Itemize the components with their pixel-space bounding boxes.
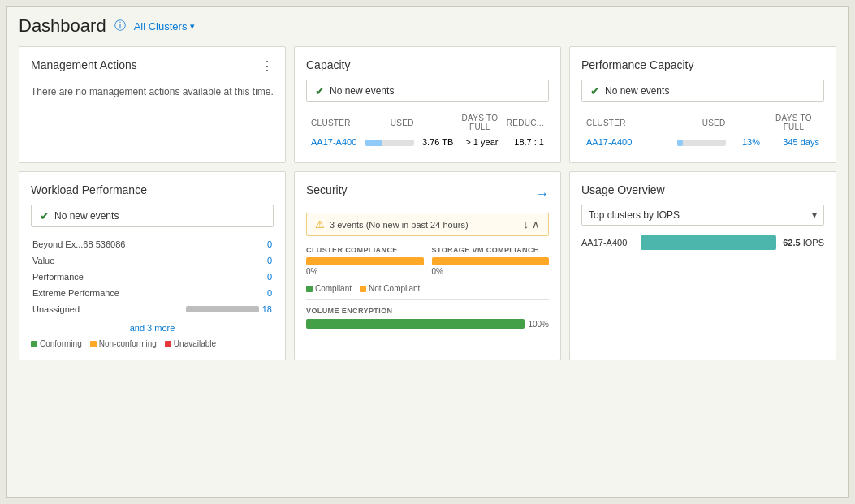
arrow-up-icon[interactable]: ∧	[532, 218, 540, 230]
col-cluster: CLUSTER	[308, 112, 361, 133]
table-row: AA17-A400 13% 345 days	[583, 135, 823, 149]
check-circle-icon: ✔	[315, 84, 325, 97]
encrypt-bar-wrap	[306, 319, 525, 329]
mgmt-title: Management Actions	[31, 58, 137, 71]
legend-label: Compliant	[315, 284, 352, 293]
storage-vm-pct: 0%	[432, 267, 550, 276]
usage-row: AA17-A400 62.5 IOPS	[581, 235, 824, 250]
wl-label: Beyond Ex...68 536086	[32, 237, 156, 252]
compliance-grid: CLUSTER COMPLIANCE 0% STORAGE VM COMPLIA…	[306, 246, 549, 276]
bottom-grid: Workload Performance ✔ No new events Bey…	[19, 171, 836, 360]
top-grid: Management Actions ⋮ There are no manage…	[19, 46, 836, 163]
storage-vm-compliance: STORAGE VM COMPLIANCE 0%	[432, 246, 550, 276]
security-header: Security →	[306, 183, 549, 205]
unassigned-bar	[186, 306, 259, 312]
kebab-menu-icon[interactable]: ⋮	[261, 58, 274, 74]
legend-label: Unavailable	[174, 339, 216, 348]
usage-iops-value: 62.5 IOPS	[783, 238, 824, 248]
usage-overview-card: Usage Overview Top clusters by IOPS ▾ AA…	[569, 171, 836, 360]
storage-vm-bar	[432, 257, 550, 265]
storage-vm-label: STORAGE VM COMPLIANCE	[432, 246, 550, 254]
list-item: Value 0	[32, 253, 272, 268]
wl-label: Extreme Performance	[32, 286, 156, 300]
list-item: Unassigned 18	[32, 302, 272, 317]
days-to-full: > 1 year	[458, 135, 501, 149]
wl-value[interactable]: 0	[158, 269, 272, 284]
perf-cap-title: Performance Capacity	[581, 58, 824, 71]
perf-cluster-link[interactable]: AA17-A400	[586, 137, 632, 147]
encrypt-label: VOLUME ENCRYPTION	[306, 307, 549, 315]
cluster-compliance-pct: 0%	[306, 267, 424, 276]
legend-nonconforming: Non-conforming	[90, 339, 157, 348]
col-reduction: REDUC...	[503, 112, 547, 133]
workload-performance-card: Workload Performance ✔ No new events Bey…	[19, 171, 286, 360]
usage-cluster-name: AA17-A400	[581, 238, 634, 248]
list-item: Extreme Performance 0	[32, 286, 272, 300]
check-circle-icon: ✔	[590, 84, 600, 97]
reduction-ratio: 18.7 : 1	[503, 135, 547, 149]
legend-label: Not Compliant	[369, 284, 420, 293]
security-title: Security	[306, 183, 348, 196]
perf-col-days: DAYS TOFULL	[765, 112, 823, 133]
usage-title: Usage Overview	[581, 183, 824, 196]
warning-icon: ⚠	[315, 218, 325, 230]
wl-value[interactable]: 0	[158, 286, 272, 300]
workload-table: Beyond Ex...68 536086 0 Value 0 Performa…	[31, 235, 274, 318]
capacity-title: Capacity	[306, 58, 549, 71]
list-item: Beyond Ex...68 536086 0	[32, 237, 272, 252]
unassigned-value[interactable]: 18	[262, 304, 272, 314]
orange-dot	[360, 286, 366, 292]
legend-label: Conforming	[40, 339, 82, 348]
red-dot	[165, 341, 171, 347]
wl-value[interactable]: 0	[158, 237, 272, 252]
cluster-link[interactable]: AA17-A400	[311, 137, 356, 147]
green-dot	[31, 341, 37, 347]
chevron-down-icon: ▾	[812, 209, 817, 221]
cluster-dropdown-label: All Clusters	[134, 20, 188, 32]
workload-title: Workload Performance	[31, 183, 274, 196]
legend-label: Non-conforming	[99, 339, 157, 348]
compliance-legend: Compliant Not Compliant	[306, 284, 549, 293]
col-days: DAYS TOFULL	[458, 112, 501, 133]
used-bar	[365, 140, 414, 146]
events-alert: ⚠ 3 events (No new in past 24 hours) ↓ ∧	[306, 213, 549, 236]
green-dot	[306, 286, 313, 292]
cluster-dropdown[interactable]: All Clusters ▾	[134, 20, 196, 32]
page-title: Dashboard	[19, 15, 106, 37]
col-used: USED	[362, 112, 417, 133]
perf-col-cluster: CLUSTER	[583, 112, 653, 133]
cluster-compliance-label: CLUSTER COMPLIANCE	[306, 246, 424, 254]
encrypt-pct: 100%	[528, 320, 549, 329]
capacity-no-events-text: No new events	[330, 85, 394, 97]
capacity-card: Capacity ✔ No new events CLUSTER USED DA…	[294, 46, 561, 163]
perf-col-used: USED	[654, 112, 728, 133]
table-row: AA17-A400 3.76 TB > 1 year 18.7 : 1	[308, 135, 547, 149]
workload-no-events-badge: ✔ No new events	[31, 205, 274, 227]
arrow-down-icon[interactable]: ↓	[524, 218, 529, 230]
wl-value[interactable]: 0	[158, 253, 272, 268]
dashboard-header: Dashboard ⓘ All Clusters ▾	[19, 15, 836, 37]
perf-no-events-badge: ✔ No new events	[581, 80, 824, 102]
mgmt-header: Management Actions ⋮	[31, 58, 274, 80]
performance-capacity-card: Performance Capacity ✔ No new events CLU…	[569, 46, 836, 163]
arrow-right-icon[interactable]: →	[536, 187, 549, 201]
workload-legend: Conforming Non-conforming Unavailable	[31, 339, 274, 348]
and-more-link[interactable]: and 3 more	[31, 323, 274, 333]
usage-dropdown-label: Top clusters by IOPS	[589, 209, 680, 221]
perf-capacity-table: CLUSTER USED DAYS TOFULL AA17-A400	[581, 110, 824, 151]
orange-dot	[90, 341, 97, 347]
usage-iops-bar	[641, 235, 776, 250]
chevron-down-icon: ▾	[190, 21, 195, 32]
usage-dropdown[interactable]: Top clusters by IOPS ▾	[581, 205, 824, 226]
legend-conforming: Conforming	[31, 339, 82, 348]
volume-encryption: VOLUME ENCRYPTION 100%	[306, 307, 549, 329]
events-text: 3 events (No new in past 24 hours)	[330, 220, 469, 230]
legend-unavailable: Unavailable	[165, 339, 216, 348]
info-icon[interactable]: ⓘ	[114, 19, 126, 33]
management-actions-card: Management Actions ⋮ There are no manage…	[19, 46, 286, 163]
wl-label: Value	[32, 253, 156, 268]
cluster-compliance-bar	[306, 257, 424, 265]
wl-label: Performance	[32, 269, 156, 284]
wl-label: Unassigned	[32, 302, 156, 317]
perf-used-bar	[677, 140, 726, 146]
